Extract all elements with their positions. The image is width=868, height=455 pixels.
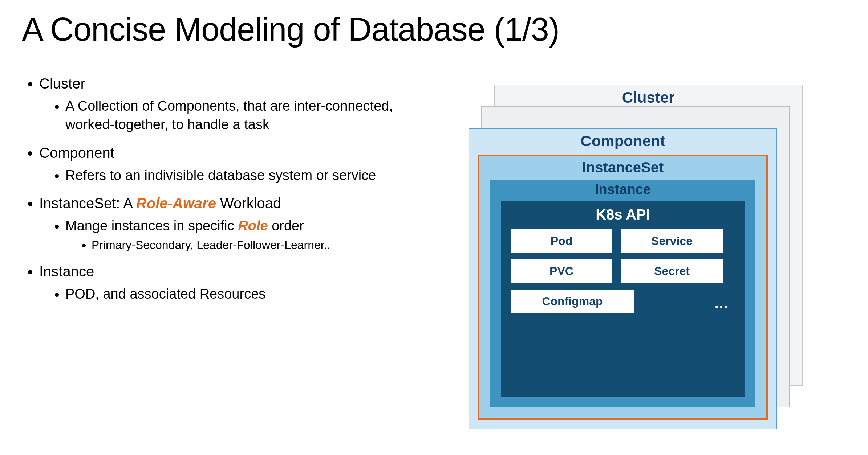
bullet-instanceset-title-emph: Role-Aware [136,195,216,211]
bullet-instanceset-subsub: Primary-Secondary, Leader-Follower-Learn… [92,237,421,253]
bullet-instanceset-sub-suffix: order [268,218,304,233]
architecture-diagram: Cluster Component InstanceSet Instance K… [469,85,803,411]
instanceset-box: InstanceSet Instance K8s API Pod Service… [478,155,768,420]
bullet-instanceset-sub-prefix: Mange instances in specific [65,218,238,233]
bullet-instanceset-sub-emph: Role [238,218,268,233]
bullet-component: Component Refers to an indivisible datab… [39,143,421,185]
instance-box: Instance K8s API Pod Service PVC Secret [490,180,755,407]
bullet-instance: Instance POD, and associated Resources [39,262,421,303]
api-item-configmap: Configmap [511,290,634,313]
bullet-instanceset-sub: Mange instances in specific Role order P… [65,217,421,253]
bullet-cluster-desc: A Collection of Components, that are int… [65,97,421,134]
k8s-api-label: K8s API [511,206,735,223]
instanceset-label: InstanceSet [479,159,766,176]
bullet-component-desc: Refers to an indivisible database system… [65,166,421,185]
component-box: Component InstanceSet Instance K8s API P… [469,128,777,429]
api-ellipsis: … [714,295,735,313]
bullet-instanceset-title-prefix: InstanceSet: A [39,195,136,211]
component-label: Component [469,132,776,150]
k8s-api-box: K8s API Pod Service PVC Secret Configmap [501,201,745,397]
slide-title: A Concise Modeling of Database (1/3) [22,11,846,48]
bullet-instance-title: Instance [39,263,94,279]
api-item-secret: Secret [621,259,723,283]
diagram-column: Cluster Component InstanceSet Instance K… [421,74,846,400]
bullet-instance-desc: POD, and associated Resources [65,285,421,303]
bullet-cluster: Cluster A Collection of Components, that… [39,74,421,134]
bullet-component-title: Component [39,145,114,161]
instance-label: Instance [490,182,755,197]
k8s-api-grid: Pod Service PVC Secret [511,229,735,283]
text-column: Cluster A Collection of Components, that… [22,74,421,312]
api-item-service: Service [621,229,723,253]
api-item-pod: Pod [511,229,612,253]
bullet-instanceset-title-suffix: Workload [216,195,281,211]
bullet-instanceset: InstanceSet: A Role-Aware Workload Mange… [39,193,421,253]
cluster-label: Cluster [495,89,802,106]
bullet-cluster-title: Cluster [39,75,85,91]
slide: A Concise Modeling of Database (1/3) Clu… [0,0,868,455]
api-item-pvc: PVC [511,259,612,283]
content-row: Cluster A Collection of Components, that… [22,74,846,400]
